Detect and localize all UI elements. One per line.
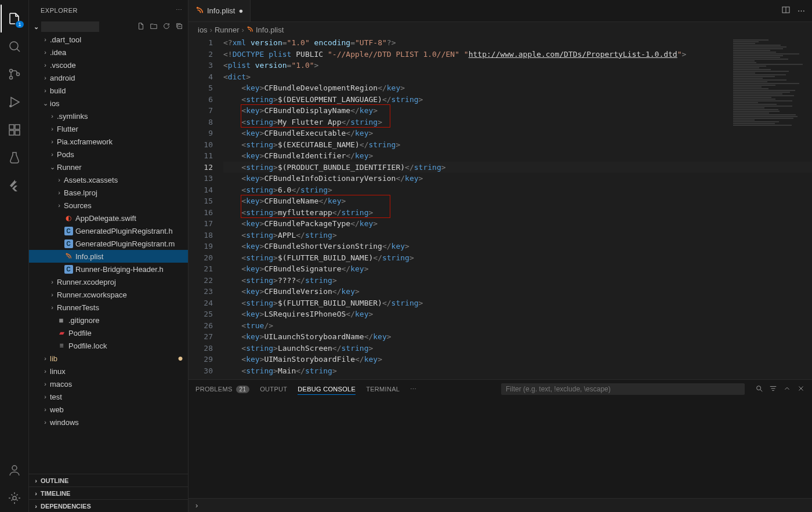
activity-search[interactable] bbox=[1, 32, 28, 60]
gutter: 1234567891011121314151617181920212223242… bbox=[188, 37, 223, 379]
tree-item[interactable]: ›RunnerTests bbox=[29, 301, 188, 314]
bottom-bar: › bbox=[188, 498, 812, 512]
panel-filter-input[interactable] bbox=[501, 383, 745, 395]
activity-explorer[interactable]: 1 bbox=[1, 5, 28, 32]
breadcrumb-item[interactable]: Info.plist bbox=[256, 26, 284, 34]
tree-item[interactable]: ⌄Runner bbox=[29, 161, 188, 173]
svg-rect-5 bbox=[9, 125, 14, 129]
chevron-down-icon: ⌄ bbox=[34, 23, 39, 31]
activity-source-control[interactable] bbox=[1, 60, 28, 88]
activity-flutter[interactable] bbox=[1, 172, 28, 199]
tree-item[interactable]: ›.vscode bbox=[29, 59, 188, 71]
breadcrumb-item[interactable]: Runner bbox=[215, 26, 240, 34]
tree-item[interactable]: ›lib● bbox=[29, 352, 188, 365]
sidebar-title: EXPLORER bbox=[41, 7, 78, 14]
tree-item[interactable]: ▰Podfile bbox=[29, 326, 188, 339]
panel-body bbox=[188, 398, 812, 498]
tab-bar: Info.plist ● ⋯ bbox=[188, 0, 812, 22]
section-timeline[interactable]: › TIMELINE bbox=[29, 486, 188, 499]
project-name bbox=[41, 21, 99, 32]
panel-tab-problems[interactable]: PROBLEMS 21 bbox=[195, 386, 249, 393]
tab-info-plist[interactable]: Info.plist ● bbox=[188, 0, 251, 21]
svg-rect-6 bbox=[9, 130, 14, 135]
tree-item[interactable]: ›android bbox=[29, 71, 188, 84]
search-icon[interactable] bbox=[755, 384, 763, 394]
tree-item[interactable]: Info.plist bbox=[29, 250, 188, 263]
section-dependencies[interactable]: › DEPENDENCIES bbox=[29, 499, 188, 512]
activity-testing[interactable] bbox=[1, 144, 28, 172]
tree-item[interactable]: CGeneratedPluginRegistrant.h bbox=[29, 224, 188, 237]
tree-item[interactable]: ⌄ios bbox=[29, 97, 188, 110]
new-folder-icon[interactable] bbox=[150, 22, 158, 31]
tree-item[interactable]: ›Pods bbox=[29, 148, 188, 161]
tree-item[interactable]: ◐AppDelegate.swift bbox=[29, 212, 188, 224]
tree-item[interactable]: ›Assets.xcassets bbox=[29, 173, 188, 186]
panel-more-icon[interactable]: ⋯ bbox=[410, 386, 416, 393]
close-panel-icon[interactable] bbox=[797, 384, 805, 394]
activity-bar: 1 bbox=[0, 0, 29, 512]
activity-accounts[interactable] bbox=[1, 456, 28, 484]
chevron-right-icon[interactable]: › bbox=[195, 501, 198, 510]
filter-icon[interactable] bbox=[769, 384, 777, 394]
sidebar-more-icon[interactable]: ⋯ bbox=[176, 6, 183, 14]
activity-settings[interactable] bbox=[1, 484, 28, 512]
file-tree[interactable]: ›.dart_tool›.idea›.vscode›android›build⌄… bbox=[29, 33, 188, 474]
chevron-right-icon: › bbox=[31, 503, 41, 510]
main-area: Info.plist ● ⋯ ios › Runner › Info.plist… bbox=[188, 0, 812, 512]
panel-tab-debug-console[interactable]: DEBUG CONSOLE bbox=[298, 386, 356, 395]
new-file-icon[interactable] bbox=[137, 22, 145, 31]
section-outline[interactable]: › OUTLINE bbox=[29, 474, 188, 486]
activity-run-debug[interactable] bbox=[1, 88, 28, 116]
tab-dirty-indicator: ● bbox=[238, 6, 243, 15]
svg-rect-8 bbox=[15, 125, 20, 129]
chevron-right-icon: › bbox=[31, 490, 41, 497]
folder-header[interactable]: ⌄ bbox=[29, 20, 188, 33]
plist-icon bbox=[195, 6, 204, 16]
more-actions-icon[interactable]: ⋯ bbox=[798, 6, 805, 15]
minimap[interactable] bbox=[733, 39, 803, 155]
panel-tabs: PROBLEMS 21 OUTPUT DEBUG CONSOLE TERMINA… bbox=[188, 380, 812, 398]
tree-item[interactable]: ›.dart_tool bbox=[29, 33, 188, 46]
svg-point-4 bbox=[9, 105, 12, 107]
svg-point-2 bbox=[9, 77, 12, 79]
tree-item[interactable]: ›Runner.xcworkspace bbox=[29, 288, 188, 301]
breadcrumb-item[interactable]: ios bbox=[198, 26, 208, 34]
svg-point-3 bbox=[16, 73, 19, 76]
tree-item[interactable]: ›Base.lproj bbox=[29, 186, 188, 199]
collapse-all-icon[interactable] bbox=[175, 22, 183, 31]
tree-item[interactable]: CRunner-Bridging-Header.h bbox=[29, 263, 188, 275]
tree-item[interactable]: ≡Podfile.lock bbox=[29, 339, 188, 352]
tree-item[interactable]: ›.idea bbox=[29, 46, 188, 59]
tree-item[interactable]: ◆.gitignore bbox=[29, 314, 188, 326]
tree-item[interactable]: CGeneratedPluginRegistrant.m bbox=[29, 237, 188, 250]
problems-badge: 21 bbox=[236, 386, 250, 393]
tree-item[interactable]: ›Pia.xcframework bbox=[29, 135, 188, 148]
tree-item[interactable]: ›.symlinks bbox=[29, 110, 188, 122]
breadcrumb[interactable]: ios › Runner › Info.plist bbox=[188, 22, 812, 37]
panel-tab-terminal[interactable]: TERMINAL bbox=[366, 386, 400, 393]
tree-item[interactable]: ›windows bbox=[29, 416, 188, 429]
svg-point-9 bbox=[12, 466, 17, 470]
sidebar-header: EXPLORER ⋯ bbox=[29, 0, 188, 20]
split-editor-icon[interactable] bbox=[781, 5, 791, 16]
svg-rect-7 bbox=[15, 130, 20, 135]
svg-point-10 bbox=[13, 496, 16, 500]
panel-tab-output[interactable]: OUTPUT bbox=[260, 386, 287, 393]
tree-item[interactable]: ›test bbox=[29, 390, 188, 403]
code-content[interactable]: <?xml version="1.0" encoding="UTF-8"?><!… bbox=[223, 37, 812, 379]
svg-point-0 bbox=[10, 42, 18, 50]
activity-extensions[interactable] bbox=[1, 116, 28, 144]
tree-item[interactable]: ›Flutter bbox=[29, 122, 188, 135]
chevron-up-icon[interactable] bbox=[783, 384, 791, 394]
tree-item[interactable]: ›build bbox=[29, 84, 188, 97]
tree-item[interactable]: ›web bbox=[29, 403, 188, 416]
editor[interactable]: 1234567891011121314151617181920212223242… bbox=[188, 37, 812, 379]
chevron-right-icon: › bbox=[31, 477, 41, 484]
tree-item[interactable]: ›linux bbox=[29, 365, 188, 377]
chevron-right-icon: › bbox=[242, 26, 244, 34]
refresh-icon[interactable] bbox=[162, 22, 171, 31]
tree-item[interactable]: ›macos bbox=[29, 377, 188, 390]
panel: PROBLEMS 21 OUTPUT DEBUG CONSOLE TERMINA… bbox=[188, 379, 812, 498]
tree-item[interactable]: ›Runner.xcodeproj bbox=[29, 275, 188, 288]
tree-item[interactable]: ›Sources bbox=[29, 199, 188, 212]
